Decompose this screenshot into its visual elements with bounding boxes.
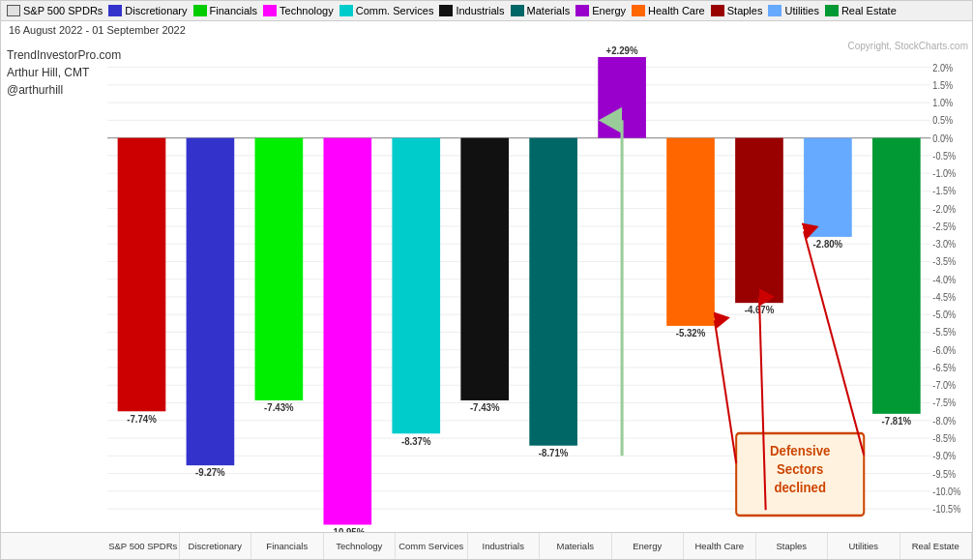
- y-axis-label: 0.5%: [932, 115, 953, 127]
- legend-item: Energy: [575, 5, 626, 16]
- watermark-line2: Arthur Hill, CMT: [7, 64, 102, 81]
- y-axis-label: -3.0%: [932, 239, 956, 251]
- bar-value-label: -8.71%: [539, 448, 569, 459]
- bottom-label-item: Discretionary: [180, 533, 252, 559]
- bar-Materials: [529, 138, 577, 446]
- legend-item: Staples: [711, 5, 763, 16]
- bar-value-label: -7.43%: [264, 402, 294, 414]
- y-axis-label: -6.0%: [932, 344, 956, 356]
- bar-Health Care: [666, 138, 715, 326]
- legend-label: Energy: [592, 5, 626, 16]
- watermark-line1: TrendInvestorPro.com: [7, 46, 102, 64]
- annotation-text: Defensive: [770, 442, 831, 458]
- bar-Discretionary: [187, 138, 235, 466]
- legend-items: S&P 500 SPDRsDiscretionaryFinancialsTech…: [7, 5, 897, 16]
- legend-label: S&P 500 SPDRs: [23, 5, 103, 16]
- chart-svg: 2.0%1.5%1.0%0.5%0.0%-0.5%-1.0%-1.5%-2.0%…: [107, 39, 972, 532]
- legend-color-swatch: [7, 5, 20, 16]
- legend-label: Health Care: [648, 5, 705, 16]
- bar-value-label: -9.27%: [195, 467, 225, 479]
- bar-Utilities: [804, 138, 852, 237]
- copyright: Copyright, StockCharts.com: [848, 41, 969, 51]
- y-axis-label: -2.5%: [932, 221, 956, 232]
- y-axis-label: -6.5%: [932, 362, 956, 373]
- bottom-labels: S&P 500 SPDRsDiscretionaryFinancialsTech…: [1, 532, 972, 559]
- legend-label: Utilities: [784, 5, 818, 16]
- bottom-label-item: Staples: [756, 533, 829, 559]
- legend-item: Health Care: [632, 5, 705, 16]
- y-axis-label: -8.5%: [932, 433, 956, 445]
- annotation-text2: Sectors: [777, 460, 824, 477]
- bar-Industrials: [460, 138, 509, 400]
- legend-item: Materials: [511, 5, 571, 16]
- watermark-line3: @arthurhill: [7, 81, 102, 99]
- chart-area: TrendInvestorPro.com Arthur Hill, CMT @a…: [1, 39, 972, 532]
- annotation-text3: declined: [774, 480, 826, 496]
- legend-color-swatch: [193, 5, 207, 16]
- legend-label: Industrials: [456, 5, 504, 16]
- y-axis-label: -0.5%: [932, 150, 956, 162]
- y-axis-label: 2.0%: [932, 62, 953, 74]
- bar-value-label: -8.37%: [401, 435, 431, 447]
- y-axis-label: -3.5%: [932, 256, 956, 268]
- legend-item: Technology: [263, 5, 334, 16]
- bar-value-label: -5.32%: [676, 328, 706, 339]
- bottom-label-spacer: [1, 533, 107, 559]
- legend-item: S&P 500 SPDRs: [7, 5, 103, 16]
- bottom-label-item: Materials: [540, 533, 612, 559]
- watermark: TrendInvestorPro.com Arthur Hill, CMT @a…: [7, 46, 102, 99]
- y-axis-label: -5.0%: [932, 309, 956, 321]
- y-axis-label: -1.5%: [932, 186, 956, 197]
- y-axis-label: -10.5%: [932, 504, 960, 516]
- y-axis-label: -1.0%: [932, 168, 956, 180]
- legend-color-swatch: [711, 5, 724, 16]
- bar-value-label: -7.43%: [470, 402, 500, 414]
- legend-label: Comm. Services: [356, 5, 434, 16]
- legend-color-swatch: [511, 5, 524, 16]
- chart-container: S&P 500 SPDRsDiscretionaryFinancialsTech…: [0, 0, 973, 560]
- legend-item: Discretionary: [108, 5, 187, 16]
- chart-main: Copyright, StockCharts.com 2.0%1.5%1.0%0…: [107, 39, 972, 532]
- chart-left: TrendInvestorPro.com Arthur Hill, CMT @a…: [1, 39, 107, 532]
- y-axis-label: 1.5%: [932, 79, 953, 91]
- bottom-label-item: Health Care: [684, 533, 756, 559]
- legend-item: Financials: [193, 5, 258, 16]
- bar-Financials: [255, 138, 304, 400]
- bar-Comm Services: [392, 138, 440, 434]
- legend-color-swatch: [768, 5, 781, 16]
- legend: S&P 500 SPDRsDiscretionaryFinancialsTech…: [1, 1, 972, 21]
- legend-item: Industrials: [439, 5, 504, 16]
- date-range: 16 August 2022 - 01 September 2022: [1, 21, 972, 39]
- y-axis-label: -8.0%: [932, 415, 956, 427]
- bar-value-label: -7.74%: [127, 413, 157, 425]
- bottom-label-item: Real Estate: [900, 533, 973, 559]
- bottom-label-item: Industrials: [468, 533, 541, 559]
- legend-color-swatch: [339, 5, 353, 16]
- legend-label: Discretionary: [125, 5, 187, 16]
- legend-item: Comm. Services: [339, 5, 434, 16]
- y-axis-label: 0.0%: [932, 133, 953, 144]
- legend-item: Utilities: [768, 5, 818, 16]
- legend-color-swatch: [439, 5, 453, 16]
- y-axis-label: -2.0%: [932, 203, 956, 215]
- legend-label: Technology: [280, 5, 334, 16]
- bottom-label-item: Technology: [324, 533, 397, 559]
- bottom-label-item: Utilities: [828, 533, 900, 559]
- arrow-utilities: [804, 231, 864, 455]
- bottom-labels-row: S&P 500 SPDRsDiscretionaryFinancialsTech…: [107, 533, 972, 559]
- legend-label: Financials: [210, 5, 258, 16]
- bottom-label-item: S&P 500 SPDRs: [107, 533, 180, 559]
- legend-color-swatch: [632, 5, 645, 16]
- legend-label: Materials: [527, 5, 571, 16]
- bar-Technology: [323, 138, 371, 525]
- bottom-label-item: Energy: [612, 533, 685, 559]
- y-axis-label: -7.5%: [932, 398, 956, 409]
- legend-label: Real Estate: [841, 5, 897, 16]
- y-axis-label: -9.5%: [932, 468, 956, 480]
- y-axis-label: -4.5%: [932, 291, 956, 303]
- legend-color-swatch: [825, 5, 839, 16]
- bar-value-label: -10.95%: [330, 526, 365, 532]
- y-axis-label: 1.0%: [932, 98, 953, 109]
- legend-color-swatch: [108, 5, 122, 16]
- y-axis-label: -9.0%: [932, 451, 956, 462]
